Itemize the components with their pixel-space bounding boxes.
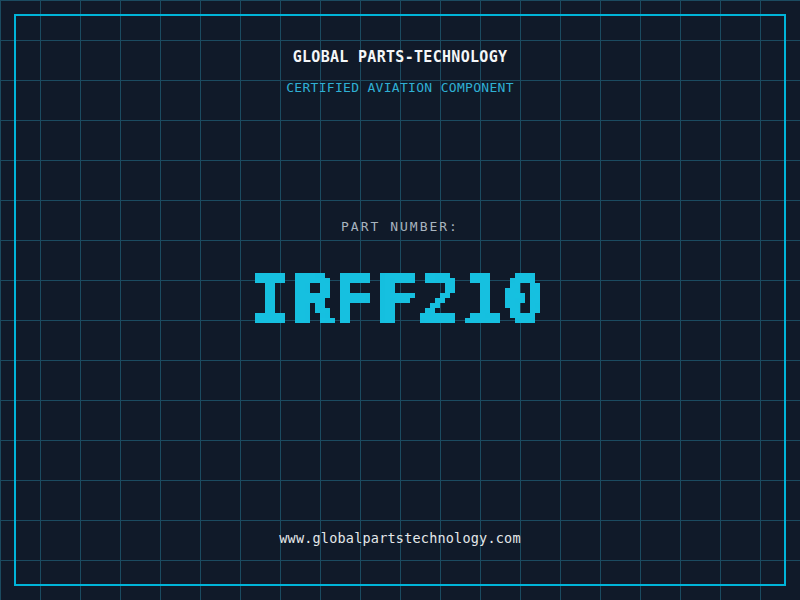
part-number-label: PART NUMBER: (0, 219, 800, 234)
company-title: GLOBAL PARTS-TECHNOLOGY (0, 50, 800, 65)
part-number-display (0, 253, 800, 343)
website-url: www.globalpartstechnology.com (0, 531, 800, 546)
certification-subtitle: CERTIFIED AVIATION COMPONENT (0, 81, 800, 95)
certificate-page: GLOBAL PARTS-TECHNOLOGY CERTIFIED AVIATI… (0, 0, 800, 600)
part-number-pixel-text (240, 253, 560, 343)
